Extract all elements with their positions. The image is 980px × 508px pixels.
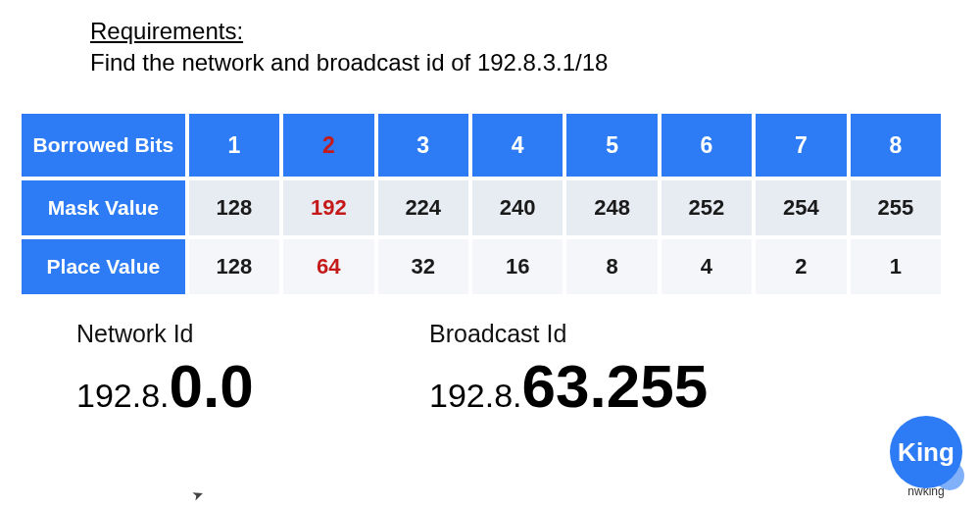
col-header: 5 [564, 112, 659, 178]
broadcast-id-label: Broadcast Id [429, 320, 708, 348]
mask-cell: 224 [376, 178, 470, 237]
place-cell: 16 [470, 237, 564, 296]
results-block: Network Id 192.8.0.0 Broadcast Id 192.8.… [0, 320, 980, 417]
broadcast-big: 63.255 [522, 352, 709, 420]
cursor-icon: ➤ [190, 484, 207, 503]
table-header-row: Borrowed Bits 1 2 3 4 5 6 7 8 [20, 112, 943, 178]
mask-cell: 240 [470, 178, 564, 237]
table-row: Place Value 128 64 32 16 8 4 2 1 [20, 237, 943, 296]
col-header: 7 [754, 112, 848, 178]
place-cell: 4 [660, 237, 754, 296]
subnet-table: Borrowed Bits 1 2 3 4 5 6 7 8 Mask Value… [20, 112, 943, 296]
col-header: 2 [281, 112, 375, 178]
network-id-value: 192.8.0.0 [76, 356, 429, 417]
col-header: 3 [376, 112, 470, 178]
place-cell: 8 [564, 237, 659, 296]
row-label: Mask Value [20, 178, 187, 237]
network-id-label: Network Id [76, 320, 429, 348]
requirements-block: Requirements: Find the network and broad… [90, 18, 980, 76]
row-label: Place Value [20, 237, 187, 296]
broadcast-id-block: Broadcast Id 192.8.63.255 [429, 320, 708, 417]
broadcast-id-value: 192.8.63.255 [429, 356, 708, 417]
mask-cell: 248 [564, 178, 659, 237]
broadcast-prefix: 192.8. [429, 377, 522, 414]
col-header: 6 [660, 112, 754, 178]
place-cell: 2 [754, 237, 848, 296]
mask-cell: 192 [281, 178, 375, 237]
place-cell: 1 [849, 237, 943, 296]
place-cell: 128 [187, 237, 281, 296]
col-header: 8 [849, 112, 943, 178]
network-prefix: 192.8. [76, 377, 170, 414]
place-cell: 32 [376, 237, 470, 296]
mask-cell: 254 [754, 178, 848, 237]
requirements-body: Find the network and broadcast id of 192… [90, 49, 980, 76]
network-big: 0.0 [170, 352, 254, 420]
mask-cell: 252 [660, 178, 754, 237]
brand-circle-icon: King [890, 416, 962, 488]
brand-logo: King nwking [890, 416, 962, 498]
network-id-block: Network Id 192.8.0.0 [76, 320, 429, 417]
col-header: 1 [187, 112, 281, 178]
place-cell: 64 [281, 237, 375, 296]
row-label: Borrowed Bits [20, 112, 187, 178]
requirements-title: Requirements: [90, 18, 980, 45]
mask-cell: 255 [849, 178, 943, 237]
table-row: Mask Value 128 192 224 240 248 252 254 2… [20, 178, 943, 237]
mask-cell: 128 [187, 178, 281, 237]
col-header: 4 [470, 112, 564, 178]
